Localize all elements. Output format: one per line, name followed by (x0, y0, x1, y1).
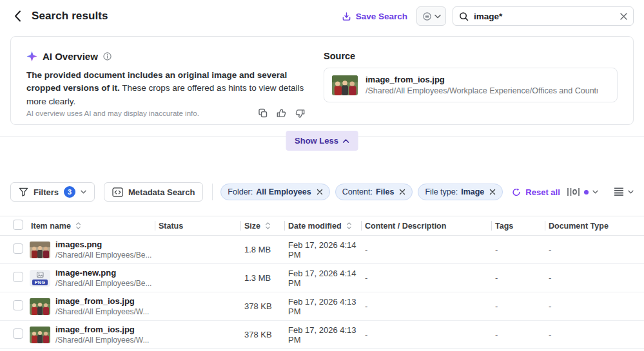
filter-chip-folder[interactable]: Folder:All Employees (220, 184, 329, 200)
cell-document-type: - (545, 273, 644, 283)
cell-content: - (361, 245, 491, 254)
reset-icon (512, 187, 521, 197)
funnel-icon (19, 187, 28, 196)
ai-overview-title: AI Overview (43, 51, 98, 62)
ai-sparkle-icon (26, 51, 37, 62)
table-row[interactable]: PNG image-new.png /Shared/All Employees/… (0, 264, 644, 292)
cell-tags: - (491, 301, 545, 311)
source-file-path: /Shared/All Employees/Workplace Experien… (366, 86, 598, 95)
cell-size: 1.8 MB (240, 245, 284, 254)
sort-icon[interactable] (265, 222, 271, 230)
file-path: /Shared/All Employees/Be... (55, 279, 151, 288)
file-name[interactable]: image_from_ios.jpg (55, 296, 149, 306)
column-header-status[interactable]: Status (155, 216, 240, 235)
cell-tags: - (491, 273, 545, 283)
active-indicator-dot (584, 190, 589, 194)
cell-date-modified: Feb 17, 2026 4:14 PM (284, 240, 361, 260)
info-icon[interactable] (103, 52, 112, 61)
cell-date-modified: Feb 17, 2026 4:13 PM (284, 297, 361, 316)
column-header-document-type[interactable]: Document Type (545, 216, 644, 235)
png-file-icon: PNG (30, 270, 50, 287)
row-checkbox[interactable] (13, 328, 23, 339)
search-icon (459, 12, 469, 21)
cell-size: 378 KB (240, 330, 284, 339)
chevron-down-icon (628, 190, 634, 194)
thumbs-up-icon[interactable] (276, 108, 287, 119)
filters-button[interactable]: Filters 3 (10, 182, 95, 202)
source-title: Source (324, 51, 618, 61)
copy-icon[interactable] (258, 108, 268, 119)
chevron-up-icon (343, 139, 349, 143)
table-row[interactable]: images.png /Shared/All Employees/Be... 1… (0, 236, 644, 264)
column-header-tags[interactable]: Tags (491, 216, 545, 235)
list-view-control[interactable] (614, 187, 634, 196)
back-icon[interactable] (10, 9, 24, 23)
cell-size: 1.3 MB (240, 273, 284, 283)
cell-date-modified: Feb 17, 2026 4:13 PM (284, 325, 361, 345)
column-header-date-modified[interactable]: Date modified (284, 216, 361, 235)
toolbar-divider (212, 184, 213, 200)
column-header-size[interactable]: Size (240, 216, 284, 235)
source-thumbnail (332, 75, 358, 95)
reset-all-button[interactable]: Reset all (512, 187, 560, 197)
row-checkbox[interactable] (13, 272, 23, 282)
cell-content: - (361, 330, 491, 339)
clear-search-icon[interactable] (620, 13, 627, 20)
list-view-icon (614, 187, 624, 196)
table-row[interactable]: image_from_ios.jpg /Shared/All Employees… (0, 321, 644, 349)
cell-tags: - (491, 245, 545, 254)
cell-document-type: - (545, 245, 644, 254)
search-scope-dropdown[interactable] (416, 6, 446, 26)
page-title: Search results (32, 10, 108, 23)
file-name[interactable]: images.png (55, 240, 151, 249)
file-name[interactable]: image-new.png (55, 268, 151, 278)
cell-content: - (361, 301, 491, 311)
show-less-button[interactable]: Show Less (286, 131, 358, 151)
table-row[interactable]: image_from_ios.jpg /Shared/All Employees… (0, 292, 644, 321)
metadata-search-button[interactable]: Metadata Search (104, 182, 203, 202)
cell-date-modified: Feb 17, 2026 4:14 PM (284, 269, 361, 288)
filters-count-badge: 3 (64, 186, 75, 198)
top-bar: Search results Save Search (0, 0, 644, 32)
cell-size: 378 KB (240, 301, 284, 311)
remove-chip-icon[interactable] (399, 189, 405, 195)
cell-document-type: - (545, 330, 644, 339)
filter-toolbar: Filters 3 Metadata Search Folder:All Emp… (10, 182, 634, 202)
remove-chip-icon[interactable] (317, 189, 323, 195)
source-file-name: image_from_ios.jpg (366, 75, 598, 84)
table-header: Item name Status Size Date modified Cont… (0, 216, 644, 236)
ai-overview-summary: The provided document includes an origin… (26, 69, 320, 108)
cell-document-type: - (545, 301, 644, 311)
file-path: /Shared/All Employees/W... (55, 307, 149, 316)
save-search-icon (342, 12, 351, 21)
file-thumbnail (30, 298, 50, 315)
chevron-down-icon (434, 14, 441, 19)
column-settings-control[interactable] (567, 187, 598, 197)
select-all-checkbox[interactable] (13, 220, 23, 230)
row-checkbox[interactable] (13, 300, 23, 310)
file-path: /Shared/All Employees/W... (55, 336, 149, 345)
thumbs-down-icon[interactable] (295, 108, 306, 119)
source-item[interactable]: image_from_ios.jpg /Shared/All Employees… (324, 68, 618, 102)
ai-overview-panel: AI Overview The provided document includ… (10, 36, 634, 125)
columns-icon (567, 187, 580, 197)
cell-content: - (361, 273, 491, 283)
chevron-down-icon (81, 190, 86, 194)
column-header-item-name[interactable]: Item name (23, 216, 155, 235)
filter-chip-filetype[interactable]: File type:Image (418, 184, 503, 200)
cell-tags: - (491, 330, 545, 339)
search-input[interactable] (474, 12, 615, 21)
remove-chip-icon[interactable] (489, 189, 496, 195)
save-search-button[interactable]: Save Search (342, 12, 407, 21)
search-box (453, 6, 634, 26)
sort-icon[interactable] (75, 222, 81, 230)
sort-icon[interactable] (346, 222, 352, 230)
row-checkbox[interactable] (13, 243, 23, 254)
ai-disclaimer: AI overview uses AI and may display inac… (26, 109, 199, 117)
column-header-content[interactable]: Content / Description (361, 216, 491, 235)
file-thumbnail (30, 327, 50, 343)
file-path: /Shared/All Employees/Be... (55, 251, 151, 260)
filter-chip-content[interactable]: Content:Files (335, 184, 413, 200)
file-name[interactable]: image_from_ios.jpg (55, 325, 149, 334)
file-thumbnail (30, 242, 50, 258)
